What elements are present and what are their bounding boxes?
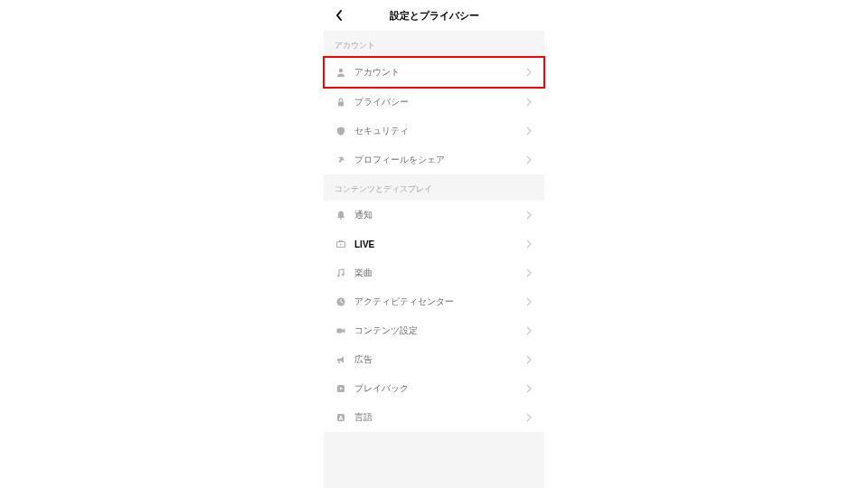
page-title: 設定とプライバシー	[390, 9, 479, 23]
chevron-right-icon	[524, 413, 533, 422]
header: 設定とプライバシー	[324, 0, 544, 31]
settings-screen: 設定とプライバシー アカウント アカウント プライバシー セ	[324, 0, 544, 488]
item-label: プロフィールをシェア	[354, 154, 524, 166]
item-label: アカウント	[354, 66, 524, 79]
share-icon	[335, 154, 347, 166]
svg-rect-1	[338, 102, 344, 107]
chevron-right-icon	[524, 98, 533, 107]
language-icon: A	[335, 411, 347, 424]
item-label: LIVE	[354, 239, 524, 249]
list-item-share-profile[interactable]: プロフィールをシェア	[324, 145, 544, 174]
clock-icon	[335, 296, 347, 308]
list-item-content-settings[interactable]: コンテンツ設定	[324, 316, 544, 345]
list-item-ads[interactable]: 広告	[324, 345, 544, 374]
person-icon	[335, 66, 347, 79]
svg-point-2	[340, 218, 342, 220]
play-icon	[335, 382, 347, 395]
section-header-account: アカウント	[324, 31, 544, 57]
list-item-music[interactable]: 楽曲	[324, 258, 544, 287]
megaphone-icon	[335, 353, 347, 366]
chevron-right-icon	[524, 68, 533, 77]
item-label: コンテンツ設定	[354, 324, 524, 337]
list-item-activity-center[interactable]: アクティビティセンター	[324, 287, 544, 316]
svg-rect-7	[337, 329, 343, 333]
chevron-right-icon	[524, 355, 533, 364]
chevron-right-icon	[524, 211, 533, 220]
item-label: プライバシー	[354, 96, 524, 108]
svg-text:A: A	[338, 415, 343, 421]
video-icon	[335, 324, 347, 337]
chevron-right-icon	[524, 239, 533, 249]
live-icon	[335, 238, 347, 250]
chevron-right-icon	[524, 155, 533, 164]
item-label: セキュリティ	[354, 125, 524, 137]
item-label: プレイバック	[354, 382, 524, 395]
svg-point-0	[339, 69, 343, 72]
svg-point-5	[342, 274, 344, 277]
list-item-language[interactable]: A 言語	[324, 403, 544, 432]
list-group-content: 通知 LIVE 楽曲	[324, 201, 544, 432]
list-item-account[interactable]: アカウント	[324, 57, 544, 88]
back-button[interactable]	[331, 7, 347, 23]
item-label: アクティビティセンター	[354, 296, 524, 308]
svg-point-4	[337, 275, 340, 277]
item-label: 言語	[354, 411, 524, 424]
item-label: 通知	[354, 209, 524, 221]
list-item-notifications[interactable]: 通知	[324, 201, 544, 230]
section-header-content: コンテンツとディスプレイ	[324, 174, 544, 201]
list-item-security[interactable]: セキュリティ	[324, 117, 544, 145]
chevron-right-icon	[524, 384, 533, 393]
list-item-playback[interactable]: プレイバック	[324, 374, 544, 403]
music-icon	[335, 267, 347, 279]
bell-icon	[335, 209, 347, 221]
list-item-live[interactable]: LIVE	[324, 230, 544, 258]
chevron-left-icon	[335, 9, 344, 22]
item-label: 広告	[354, 353, 524, 366]
list-item-privacy[interactable]: プライバシー	[324, 88, 544, 117]
lock-icon	[335, 96, 347, 108]
list-group-account: アカウント プライバシー セキュリティ	[324, 57, 544, 174]
chevron-right-icon	[524, 326, 533, 335]
shield-icon	[335, 125, 347, 137]
item-label: 楽曲	[354, 267, 524, 279]
chevron-right-icon	[524, 268, 533, 277]
chevron-right-icon	[524, 127, 533, 136]
chevron-right-icon	[524, 297, 533, 306]
